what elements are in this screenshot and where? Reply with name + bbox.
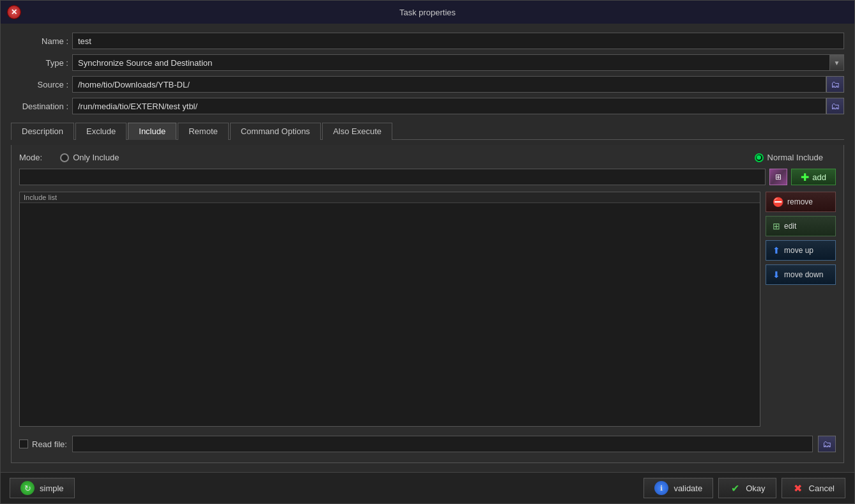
footer: ↻ simple ℹ validate ✔ Okay ✖ Cancel: [1, 472, 854, 503]
destination-row: Destination : 🗂: [11, 98, 844, 114]
arrow-up-icon: ⬆: [773, 245, 780, 256]
source-field-wrapper: 🗂: [72, 76, 844, 93]
add-input[interactable]: [19, 169, 766, 185]
type-select-wrapper: Synchronize Source and Destination ▼: [72, 54, 844, 71]
close-button[interactable]: ✕: [7, 5, 21, 19]
source-input[interactable]: [72, 76, 826, 93]
remove-icon: ⛔: [773, 197, 783, 207]
cancel-button[interactable]: ✖ Cancel: [782, 478, 845, 498]
list-area: Include list ⛔ remove ⊞ edit ⬆ move up: [19, 192, 836, 427]
tab-remote[interactable]: Remote: [178, 123, 229, 140]
okay-button[interactable]: ✔ Okay: [718, 478, 776, 498]
destination-label: Destination :: [11, 102, 68, 111]
read-file-label: Read file:: [32, 439, 67, 449]
edit-icon: ⊞: [773, 221, 780, 231]
tab-bar: Description Exclude Include Remote Comma…: [11, 122, 844, 140]
read-file-browse-button[interactable]: 🗂: [818, 436, 836, 452]
add-button[interactable]: ✚ add: [791, 169, 836, 185]
footer-right: ℹ validate ✔ Okay ✖ Cancel: [643, 478, 845, 498]
destination-input[interactable]: [72, 98, 826, 114]
normal-include-option[interactable]: Normal Include: [755, 153, 823, 162]
remove-button[interactable]: ⛔ remove: [766, 192, 836, 212]
tab-exclude[interactable]: Exclude: [75, 123, 127, 140]
edit-button[interactable]: ⊞ edit: [766, 216, 836, 236]
mode-label: Mode:: [19, 153, 42, 162]
move-down-label: move down: [784, 270, 823, 279]
remove-label: remove: [787, 197, 813, 206]
type-label: Type :: [11, 58, 68, 68]
titlebar: ✕ Task properties: [1, 1, 854, 24]
checkmark-icon: ✔: [729, 482, 741, 494]
validate-button[interactable]: ℹ validate: [643, 478, 713, 498]
bottom-bar: Read file: 🗂: [19, 433, 836, 455]
okay-label: Okay: [746, 484, 765, 493]
window-title: Task properties: [399, 8, 456, 17]
sync-icon: ↻: [20, 481, 35, 495]
folder-icon: 🗂: [831, 79, 840, 89]
read-file-checkbox[interactable]: [19, 439, 28, 448]
type-select[interactable]: Synchronize Source and Destination: [72, 54, 830, 71]
cancel-label: Cancel: [809, 484, 835, 493]
add-label: add: [812, 172, 826, 182]
edit-label: edit: [784, 222, 796, 231]
normal-include-label: Normal Include: [767, 153, 823, 162]
source-label: Source :: [11, 80, 68, 89]
simple-label: simple: [40, 484, 64, 493]
plus-icon: ✚: [801, 171, 809, 183]
destination-field-wrapper: 🗂: [72, 98, 844, 114]
grid-icon-button[interactable]: ⊞: [769, 169, 787, 185]
move-up-button[interactable]: ⬆ move up: [766, 240, 836, 261]
simple-button[interactable]: ↻ simple: [10, 478, 75, 498]
mode-row: Mode: Only Include Normal Include: [19, 153, 836, 162]
name-label: Name :: [11, 36, 68, 46]
include-list-container: Include list: [19, 192, 760, 427]
source-row: Source : 🗂: [11, 76, 844, 93]
footer-left: ↻ simple: [10, 478, 75, 498]
validate-icon: ℹ: [654, 481, 668, 495]
tab-description[interactable]: Description: [11, 123, 74, 140]
move-up-label: move up: [784, 246, 813, 255]
include-list-label: Include list: [20, 192, 760, 203]
type-row: Type : Synchronize Source and Destinatio…: [11, 54, 844, 71]
folder-icon: 🗂: [822, 439, 831, 449]
tab-include[interactable]: Include: [128, 123, 176, 140]
tab-command-options[interactable]: Command Options: [230, 123, 321, 140]
x-icon: ✖: [792, 482, 804, 494]
task-properties-window: ✕ Task properties Name : Type : Synchron…: [0, 0, 855, 504]
chevron-down-icon: ▼: [830, 54, 844, 71]
arrow-down-icon: ⬇: [773, 270, 780, 280]
name-row: Name :: [11, 33, 844, 49]
only-include-option[interactable]: Only Include: [60, 153, 119, 162]
destination-browse-button[interactable]: 🗂: [826, 98, 844, 114]
move-down-button[interactable]: ⬇ move down: [766, 264, 836, 285]
include-list-body[interactable]: [20, 203, 760, 426]
normal-include-radio[interactable]: [755, 153, 764, 162]
include-panel: Mode: Only Include Normal Include ⊞ ✚: [11, 145, 844, 463]
read-file-checkbox-row: Read file:: [19, 439, 67, 449]
tab-also-execute[interactable]: Also Execute: [322, 123, 392, 140]
main-content: Name : Type : Synchronize Source and Des…: [1, 24, 854, 472]
grid-icon: ⊞: [775, 172, 782, 181]
folder-icon: 🗂: [831, 101, 840, 111]
validate-label: validate: [674, 484, 702, 493]
only-include-label: Only Include: [73, 153, 119, 162]
add-row: ⊞ ✚ add: [19, 169, 836, 185]
name-input[interactable]: [72, 33, 844, 49]
action-buttons: ⛔ remove ⊞ edit ⬆ move up ⬇ move down: [766, 192, 836, 427]
source-browse-button[interactable]: 🗂: [826, 76, 844, 93]
read-file-input[interactable]: [72, 436, 813, 452]
only-include-radio[interactable]: [60, 153, 69, 162]
